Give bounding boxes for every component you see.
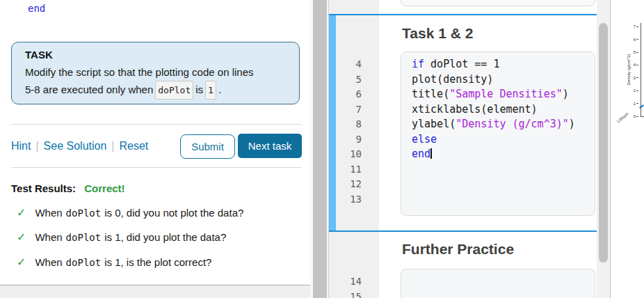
test-check-row: ✓WhendoPlotis 0, did you not plot the da… bbox=[17, 206, 309, 219]
reset-link[interactable]: Reset bbox=[120, 140, 149, 152]
task-body-line-2-end: . bbox=[218, 84, 221, 95]
check-text-code: doPlot bbox=[66, 207, 102, 219]
code-line-4[interactable]: if doPlot == 1 bbox=[412, 57, 575, 72]
task-code-lines[interactable]: if doPlot == 1plot(density)title("Sample… bbox=[412, 57, 575, 162]
hint-link[interactable]: Hint bbox=[11, 140, 31, 152]
test-results-label: Test Results: bbox=[11, 182, 76, 194]
line-number-6: 6 bbox=[329, 87, 362, 102]
task-body-line-2-pre: 5-8 are executed only when bbox=[25, 84, 153, 95]
check-text-pre: When bbox=[35, 207, 62, 219]
previous-code-block-bottom[interactable] bbox=[401, 0, 595, 6]
y-tick-label-7: 7 bbox=[623, 20, 638, 33]
doplot-code-chip: doPlot bbox=[155, 81, 193, 100]
task-body-line-2-mid: is bbox=[195, 84, 203, 95]
line-number-9: 9 bbox=[329, 132, 362, 148]
code-token: ) bbox=[563, 88, 569, 100]
test-check-row: ✓WhendoPlotis 1, did you plot the data? bbox=[17, 230, 309, 244]
check-text-code: doPlot bbox=[66, 257, 102, 268]
code-token: else bbox=[412, 133, 437, 146]
task-description-box: TASK Modify the script so that the plott… bbox=[11, 42, 300, 104]
task-panel: end TASK Modify the script so that the p… bbox=[0, 0, 312, 285]
line-number-7: 7 bbox=[329, 102, 362, 118]
section-separator-line bbox=[329, 230, 610, 232]
code-line-8[interactable]: ylabel("Density (g/cm^3)") bbox=[412, 117, 575, 132]
line-number-8: 8 bbox=[329, 117, 362, 132]
link-separator: | bbox=[35, 140, 38, 152]
editor-scrollbar-thumb[interactable] bbox=[599, 23, 608, 262]
further-practice-heading: Further Practice bbox=[402, 241, 514, 258]
divider-above-links bbox=[11, 124, 301, 125]
test-results-header: Test Results: Correct! bbox=[11, 182, 125, 194]
task-links-row: Hint|See Solution|Reset bbox=[11, 140, 148, 152]
code-token: xticklabels(element) bbox=[412, 103, 538, 116]
check-icon: ✓ bbox=[17, 256, 26, 268]
next-task-button[interactable]: Next task bbox=[238, 134, 302, 158]
test-results-status: Correct! bbox=[84, 182, 124, 194]
code-line-7[interactable]: xticklabels(element) bbox=[412, 102, 575, 118]
code-token: ) bbox=[569, 118, 575, 130]
line-number-4: 4 bbox=[329, 57, 362, 72]
text-cursor bbox=[430, 148, 432, 159]
task-panel-footer-strip bbox=[0, 285, 312, 298]
code-line-9[interactable]: else bbox=[412, 132, 575, 148]
training-app-window: end TASK Modify the script so that the p… bbox=[0, 0, 644, 298]
submit-button[interactable]: Submit bbox=[180, 134, 235, 159]
check-text-code: doPlot bbox=[66, 232, 102, 243]
line-numbers-practice-section: 1415 bbox=[329, 274, 362, 298]
line-number-12: 12 bbox=[329, 177, 362, 192]
script-tail-end-keyword: end bbox=[28, 3, 45, 14]
task-body-line-1: Modify the script so that the plotting c… bbox=[25, 63, 286, 81]
check-text-post: is 0, did you not plot the data? bbox=[104, 207, 243, 219]
code-token: if bbox=[412, 58, 424, 70]
line-number-11: 11 bbox=[329, 162, 362, 178]
check-text-pre: When bbox=[35, 231, 62, 243]
check-icon: ✓ bbox=[17, 231, 26, 243]
check-text-post: is 1, did you plot the data? bbox=[104, 231, 226, 243]
check-text-post: is 1, is the plot correct? bbox=[104, 256, 211, 268]
test-check-row: ✓WhendoPlotis 1, is the plot correct? bbox=[17, 256, 309, 269]
code-token: ylabel( bbox=[412, 118, 456, 130]
code-token: "Sample Densities" bbox=[449, 88, 563, 100]
section-separator-line bbox=[329, 14, 610, 15]
code-line-5[interactable]: plot(density) bbox=[412, 72, 575, 88]
code-line-10[interactable]: end bbox=[412, 147, 575, 162]
check-text-pre: When bbox=[35, 256, 62, 268]
check-icon: ✓ bbox=[17, 207, 26, 219]
code-token: plot(density) bbox=[412, 73, 493, 86]
panel-splitter-handle[interactable] bbox=[313, 0, 327, 298]
code-token: title( bbox=[412, 88, 449, 100]
figure-x-axis-line bbox=[641, 116, 644, 117]
divider-above-test-results bbox=[11, 167, 301, 168]
task-body-line-2: 5-8 are executed only whendoPlotis1. bbox=[25, 81, 286, 100]
task-section-heading: Task 1 & 2 bbox=[402, 25, 473, 42]
figure-y-axis-label: Density (g/cm^3) bbox=[627, 38, 632, 101]
link-separator: | bbox=[111, 140, 114, 152]
code-token: "Density (g/cm^3)" bbox=[456, 118, 569, 130]
line-number-15: 15 bbox=[329, 290, 362, 298]
task-title: TASK bbox=[25, 49, 286, 61]
further-practice-code-block[interactable] bbox=[401, 269, 595, 298]
line-number-5: 5 bbox=[329, 72, 362, 88]
code-token: end bbox=[412, 148, 430, 160]
line-number-14: 14 bbox=[329, 274, 362, 290]
line-numbers-task-section: 45678910111213 bbox=[329, 57, 362, 207]
figure-y-axis-line bbox=[641, 23, 641, 116]
code-token: doPlot == 1 bbox=[424, 58, 499, 70]
one-code-chip: 1 bbox=[205, 81, 216, 100]
line-number-10: 10 bbox=[329, 147, 362, 162]
line-number-13: 13 bbox=[329, 192, 362, 207]
see-solution-link[interactable]: See Solution bbox=[44, 140, 107, 152]
code-line-6[interactable]: title("Sample Densities") bbox=[412, 87, 575, 102]
